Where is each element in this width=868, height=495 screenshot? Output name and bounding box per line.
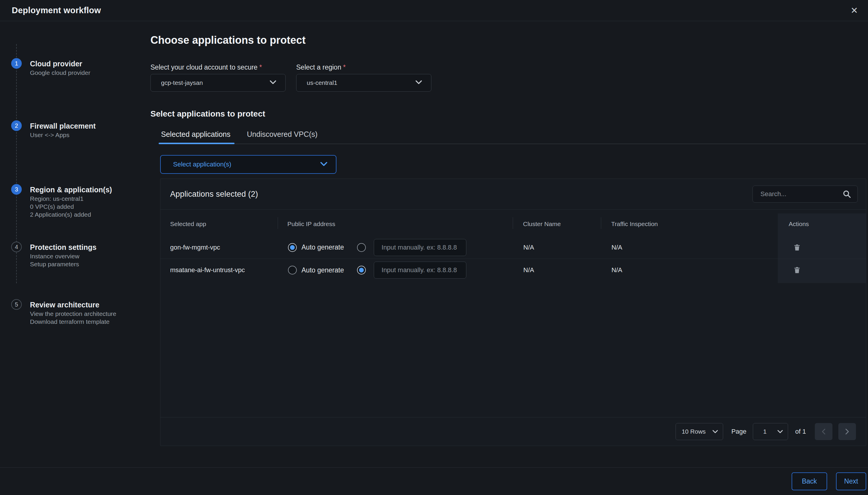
chevron-right-icon <box>845 428 849 435</box>
region-label: Select a region* <box>296 63 431 71</box>
step-title: Protection settings <box>30 242 96 252</box>
auto-generate-label: Auto generate <box>301 243 344 251</box>
public-ip-controls: Auto generate <box>288 259 466 281</box>
cloud-account-value: gcp-test-jaysan <box>161 79 203 86</box>
panel-header: Applications selected (2) <box>161 179 866 210</box>
column-divider <box>513 217 513 229</box>
dialog-footer: Back Next <box>0 467 868 495</box>
required-asterisk: * <box>259 64 262 71</box>
tab-selected-applications[interactable]: Selected applications <box>159 126 234 143</box>
step-number-badge: 4 <box>11 242 22 252</box>
rows-per-page-value: 10 Rows <box>682 428 706 435</box>
region-select[interactable]: us-central1 <box>296 74 431 91</box>
step-subtitle: 2 Application(s) added <box>30 210 112 219</box>
step-title: Firewall placement <box>30 121 96 131</box>
applications-panel: Applications selected (2) Selected app P… <box>160 178 866 446</box>
chevron-down-icon <box>415 80 422 85</box>
main-content: Choose applications to protect Select yo… <box>150 21 868 467</box>
step-title: Cloud provider <box>30 59 90 69</box>
dialog-header: Deployment workflow ✕ <box>0 0 868 21</box>
step-number-badge: 5 <box>11 299 22 310</box>
page-number-value: 1 <box>763 428 767 435</box>
step-subtitle: Region: us-central1 <box>30 195 112 203</box>
delete-row-icon[interactable] <box>793 266 801 274</box>
column-divider <box>278 217 278 229</box>
cloud-account-select[interactable]: gcp-test-jaysan <box>150 74 285 91</box>
page-number-select[interactable]: 1 <box>753 423 788 440</box>
dialog-title: Deployment workflow <box>12 5 101 15</box>
cloud-account-label: Select your cloud account to secure* <box>150 63 285 71</box>
table-header-row: Selected app Public IP address Cluster N… <box>161 210 866 236</box>
auto-generate-radio[interactable] <box>288 266 297 274</box>
step-subtitle: Google cloud provider <box>30 69 90 76</box>
account-region-form: Select your cloud account to secure* gcp… <box>150 63 868 91</box>
step-subtitle: Setup parameters <box>30 260 96 268</box>
column-divider <box>601 217 601 229</box>
previous-page-button[interactable] <box>815 423 833 440</box>
step-subtitle: Download terraform template <box>30 318 116 326</box>
search-input[interactable] <box>760 190 837 198</box>
step-protection-settings[interactable]: 4 Protection settings Instance overview … <box>11 242 96 268</box>
step-region-applications[interactable]: 3 Region & application(s) Region: us-cen… <box>11 184 112 219</box>
page-count-label: of 1 <box>795 428 806 436</box>
public-ip-controls: Auto generate <box>288 236 466 259</box>
application-multiselect[interactable]: Select application(s) <box>160 155 337 174</box>
selected-app-name: gon-fw-mgmt-vpc <box>170 244 220 251</box>
step-subtitle: Instance overview <box>30 252 96 260</box>
panel-title: Applications selected (2) <box>170 190 258 199</box>
column-header-traffic-inspection: Traffic Inspection <box>611 221 658 227</box>
step-firewall-placement[interactable]: 2 Firewall placement User <-> Apps <box>11 121 96 139</box>
step-subtitle: 0 VPC(s) added <box>30 203 112 210</box>
page-label: Page <box>731 428 746 436</box>
step-title: Region & application(s) <box>30 185 112 195</box>
chevron-down-icon <box>269 80 277 85</box>
required-asterisk: * <box>343 64 346 71</box>
manual-ip-input[interactable] <box>374 239 466 256</box>
auto-generate-label: Auto generate <box>301 266 344 274</box>
delete-row-icon[interactable] <box>793 243 801 251</box>
back-button[interactable]: Back <box>791 473 827 490</box>
manual-ip-input[interactable] <box>374 261 466 279</box>
chevron-left-icon <box>822 428 826 435</box>
manual-ip-radio[interactable] <box>357 243 366 252</box>
cluster-name-value: N/A <box>523 244 534 251</box>
selected-app-name: msatane-ai-fw-untrust-vpc <box>170 266 245 274</box>
section-heading: Select applications to protect <box>150 109 868 119</box>
step-number-badge: 2 <box>11 120 22 131</box>
manual-ip-radio[interactable] <box>357 266 366 274</box>
step-subtitle: View the protection architecture <box>30 310 116 318</box>
page-title: Choose applications to protect <box>150 34 868 46</box>
next-button[interactable]: Next <box>836 473 866 490</box>
search-box <box>753 186 858 203</box>
step-cloud-provider[interactable]: 1 Cloud provider Google cloud provider <box>11 58 90 76</box>
close-icon[interactable]: ✕ <box>851 6 858 15</box>
applications-tabs: Selected applications Undiscovered VPC(s… <box>159 126 866 144</box>
column-header-actions: Actions <box>789 221 809 227</box>
table-row: msatane-ai-fw-untrust-vpc Auto generate … <box>161 259 866 281</box>
step-title: Review architecture <box>30 300 116 310</box>
step-number-badge: 1 <box>11 58 22 69</box>
rows-per-page-select[interactable]: 10 Rows <box>675 423 723 440</box>
search-icon[interactable] <box>842 189 852 199</box>
traffic-inspection-value: N/A <box>611 266 622 274</box>
cluster-name-value: N/A <box>523 266 534 274</box>
chevron-down-icon <box>320 162 328 167</box>
deployment-workflow-dialog: Deployment workflow ✕ 1 Cloud provider G… <box>0 0 868 495</box>
next-page-button[interactable] <box>838 423 856 440</box>
traffic-inspection-value: N/A <box>611 244 622 251</box>
auto-generate-radio[interactable] <box>288 243 297 252</box>
application-multiselect-label: Select application(s) <box>173 160 231 168</box>
region-value: us-central1 <box>307 79 337 86</box>
column-header-public-ip: Public IP address <box>288 221 335 227</box>
pagination-bar: 10 Rows Page 1 of 1 <box>161 417 866 446</box>
step-subtitle: User <-> Apps <box>30 131 96 139</box>
table-row: gon-fw-mgmt-vpc Auto generate N/A N/A <box>161 236 866 259</box>
chevron-down-icon <box>777 430 783 433</box>
chevron-down-icon <box>712 430 718 433</box>
workflow-stepper: 1 Cloud provider Google cloud provider 2… <box>0 21 150 467</box>
step-number-badge: 3 <box>11 184 22 195</box>
tab-undiscovered-vpcs[interactable]: Undiscovered VPC(s) <box>244 126 322 143</box>
column-header-cluster-name: Cluster Name <box>523 221 561 227</box>
region-field: Select a region* us-central1 <box>296 63 431 91</box>
step-review-architecture[interactable]: 5 Review architecture View the protectio… <box>11 300 116 326</box>
